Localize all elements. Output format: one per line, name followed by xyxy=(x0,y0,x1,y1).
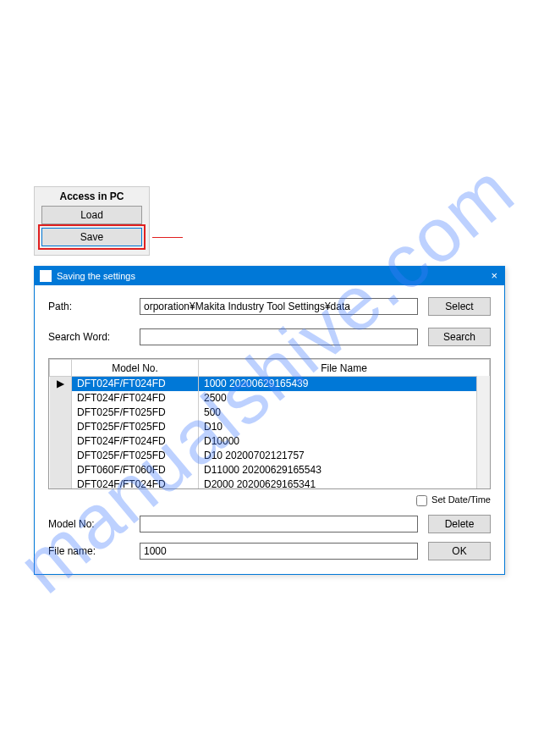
table-row[interactable]: DFT060F/FT060FDD11000 20200629165543 xyxy=(50,463,490,477)
save-button[interactable]: Save xyxy=(41,228,142,246)
results-table[interactable]: Model No. File Name ▶DFT024F/FT024FD1000… xyxy=(49,359,490,489)
cell-file: D10 20200702121757 xyxy=(199,449,490,463)
annotation-leader-line xyxy=(152,237,183,238)
table-row[interactable]: DFT024F/FT024FDD10000 xyxy=(50,434,490,449)
cell-model: DFT060F/FT060FD xyxy=(72,463,199,477)
row-indicator-icon xyxy=(50,463,72,477)
search-row: Search Word: Search xyxy=(48,328,491,346)
cell-file: D10 xyxy=(199,420,490,434)
col-header-arrow[interactable] xyxy=(50,360,72,377)
row-indicator-icon xyxy=(50,477,72,490)
col-header-model[interactable]: Model No. xyxy=(72,360,199,377)
table-row[interactable]: DFT024F/FT024FDD2000 20200629165341 xyxy=(50,477,490,490)
vertical-scrollbar[interactable] xyxy=(476,376,490,488)
row-indicator-icon xyxy=(50,434,72,449)
table-row[interactable]: ▶DFT024F/FT024FD1000 20200629165439 xyxy=(50,377,490,391)
results-table-container: Model No. File Name ▶DFT024F/FT024FD1000… xyxy=(48,358,491,489)
table-row[interactable]: DFT024F/FT024FD2500 xyxy=(50,391,490,406)
row-indicator-icon xyxy=(50,406,72,420)
path-label: Path: xyxy=(48,301,140,312)
dialog-title: Saving the settings xyxy=(57,271,135,281)
ok-button[interactable]: OK xyxy=(428,542,491,560)
row-indicator-icon: ▶ xyxy=(50,377,72,391)
dialog-titlebar[interactable]: Saving the settings × xyxy=(35,267,504,285)
table-row[interactable]: DFT025F/FT025FDD10 20200702121757 xyxy=(50,449,490,463)
search-input[interactable] xyxy=(140,328,418,345)
search-button[interactable]: Search xyxy=(428,328,491,346)
set-datetime-label: Set Date/Time xyxy=(431,494,491,505)
filename-row: File name: OK xyxy=(48,542,491,560)
cell-model: DFT025F/FT025FD xyxy=(72,406,199,420)
app-icon xyxy=(40,270,52,282)
cell-file: D2000 20200629165341 xyxy=(199,477,490,490)
set-datetime-row: Set Date/Time xyxy=(48,494,491,506)
cell-model: DFT025F/FT025FD xyxy=(72,420,199,434)
saving-settings-dialog: Saving the settings × Path: Select Searc… xyxy=(34,266,505,575)
row-indicator-icon xyxy=(50,420,72,434)
cell-file: 2500 xyxy=(199,391,490,406)
cell-model: DFT024F/FT024FD xyxy=(72,391,199,406)
cell-file: 1000 20200629165439 xyxy=(199,377,490,391)
set-datetime-checkbox[interactable] xyxy=(416,495,427,506)
cell-model: DFT025F/FT025FD xyxy=(72,449,199,463)
model-label: Model No: xyxy=(48,518,140,530)
cell-file: D10000 xyxy=(199,434,490,449)
row-indicator-icon xyxy=(50,391,72,406)
cell-file: D11000 20200629165543 xyxy=(199,463,490,477)
access-panel-title: Access in PC xyxy=(41,190,142,202)
model-row: Model No: Delete xyxy=(48,515,491,533)
filename-input[interactable] xyxy=(140,543,418,560)
delete-button[interactable]: Delete xyxy=(428,515,491,533)
model-input[interactable] xyxy=(140,516,418,533)
select-button[interactable]: Select xyxy=(428,297,491,316)
cell-model: DFT024F/FT024FD xyxy=(72,377,199,391)
close-icon[interactable]: × xyxy=(491,269,497,282)
path-row: Path: Select xyxy=(48,297,491,316)
table-header-row: Model No. File Name xyxy=(50,360,490,377)
search-label: Search Word: xyxy=(48,331,140,343)
table-row[interactable]: DFT025F/FT025FD500 xyxy=(50,406,490,420)
path-input[interactable] xyxy=(140,298,418,315)
access-in-pc-panel: Access in PC Load Save xyxy=(34,186,150,256)
cell-model: DFT024F/FT024FD xyxy=(72,477,199,490)
table-row[interactable]: DFT025F/FT025FDD10 xyxy=(50,420,490,434)
col-header-file[interactable]: File Name xyxy=(199,360,490,377)
row-indicator-icon xyxy=(50,449,72,463)
load-button[interactable]: Load xyxy=(41,206,142,224)
cell-model: DFT024F/FT024FD xyxy=(72,434,199,449)
filename-label: File name: xyxy=(48,545,140,557)
cell-file: 500 xyxy=(199,406,490,420)
dialog-body: Path: Select Search Word: Search Model N… xyxy=(35,285,504,574)
